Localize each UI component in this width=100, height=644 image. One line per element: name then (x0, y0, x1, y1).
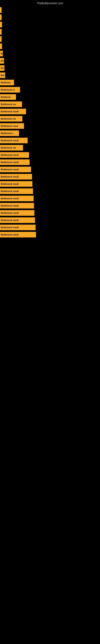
bottleneck-bar: Bottleneck result (0, 152, 29, 158)
bar-row (0, 21, 100, 28)
bottleneck-bar: Bottleneck result (0, 224, 36, 230)
bottleneck-bar: Bottleneck result (0, 188, 33, 194)
bottleneck-bar: Bottleneck result (0, 109, 26, 114)
bottleneck-bar: Bottleneck result (0, 196, 34, 201)
bottleneck-bar (0, 36, 1, 42)
bar-row: Bottleneck result (0, 188, 100, 195)
bottleneck-bar: Bottlenec (0, 80, 14, 85)
bottleneck-bar: Bo (0, 65, 4, 71)
bar-row (0, 14, 100, 21)
bar-row: B (0, 50, 100, 57)
bottleneck-bar: Bottleneck resul (0, 123, 24, 129)
bar-row: Bottleneck resul (0, 122, 100, 130)
bottleneck-bar: Bo (0, 58, 4, 64)
bottleneck-bar (0, 22, 2, 27)
bar-row: Bottleneck result (0, 151, 100, 158)
bar-row: Bottleneck result (0, 108, 100, 115)
bottleneck-bar (0, 44, 2, 49)
bar-row (0, 6, 100, 14)
bottleneck-bar: Bottleneck result (0, 174, 32, 180)
bottleneck-bar: Bottleneck result (0, 181, 32, 187)
bar-row: Bottleneck result (0, 231, 100, 238)
bar-row: Bottleneck re (0, 86, 100, 94)
bottleneck-bar (0, 7, 1, 13)
bar-row: Bottleneck res (0, 100, 100, 108)
bottleneck-bar: Bottleneck result (0, 232, 36, 238)
bottleneck-bar: Bottleneck result (0, 167, 31, 172)
bar-row: Bot (0, 72, 100, 79)
bar-row (0, 36, 100, 43)
bottleneck-bar: Bottleneck res (0, 145, 23, 150)
bar-row: Bottleneck r (0, 130, 100, 137)
bottleneck-bar: Bottleneck result (0, 138, 28, 143)
bottleneck-bar: Bottleneck res (0, 116, 22, 122)
bar-row: Bottleneck result (0, 195, 100, 202)
bar-row: Bottlenec (0, 79, 100, 86)
bar-row: Bottleneck res (0, 144, 100, 151)
bar-row: Bottleneck result (0, 166, 100, 173)
bottleneck-bar: Bottleneck result (0, 203, 34, 208)
bottleneck-bar: Bottlenec (0, 94, 16, 100)
bottleneck-bar: Bottleneck result (0, 217, 35, 223)
bar-row: Bottleneck result (0, 216, 100, 224)
bar-row: Bottleneck result (0, 202, 100, 209)
bottleneck-bar: Bottleneck r (0, 130, 19, 136)
bar-row: Bottleneck result (0, 224, 100, 231)
bar-row: Bottleneck result (0, 180, 100, 188)
bottleneck-bar: B (0, 51, 3, 56)
bottleneck-bar (0, 14, 1, 20)
bar-row: Bottleneck result (0, 209, 100, 216)
bottleneck-bar: Bottleneck result (0, 160, 30, 165)
bottleneck-bar: Bottleneck result (0, 210, 34, 216)
bottleneck-bar (0, 29, 1, 34)
bar-row: Bo (0, 57, 100, 64)
bar-row: Bottlenec (0, 94, 100, 100)
bar-row: Bottleneck res (0, 115, 100, 122)
bottleneck-bar: Bottleneck res (0, 102, 22, 107)
bar-row: Bottleneck result (0, 158, 100, 166)
bar-row: Bottleneck result (0, 137, 100, 144)
bottleneck-bar: Bot (0, 72, 5, 78)
bar-row: Bottleneck result (0, 173, 100, 180)
site-title: TheBottlenecker.com (0, 0, 100, 6)
bar-row (0, 43, 100, 50)
bottleneck-bar: Bottleneck re (0, 87, 20, 92)
bar-row: Bo (0, 64, 100, 72)
bar-row (0, 28, 100, 36)
